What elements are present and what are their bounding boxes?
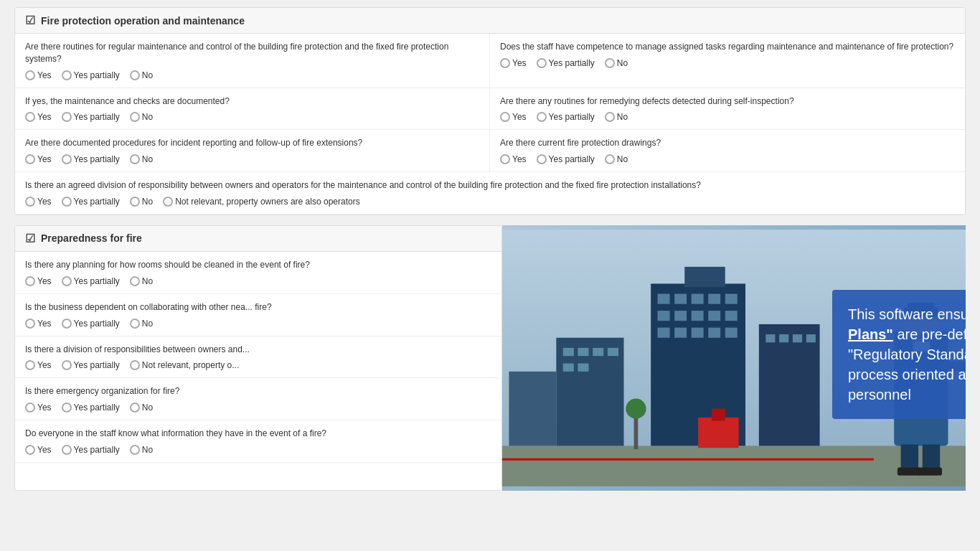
q6-no[interactable]: No — [605, 154, 628, 164]
q7-no[interactable]: No — [130, 197, 153, 207]
q5-yes-partially[interactable]: Yes partially — [62, 154, 120, 164]
svg-rect-16 — [692, 328, 704, 338]
q6-no-circle[interactable] — [605, 154, 615, 164]
q9-yes[interactable]: Yes — [25, 319, 52, 329]
q5-yes-partial-circle[interactable] — [62, 154, 72, 164]
q8-text: Is there any planning for how rooms shou… — [25, 259, 491, 271]
q10-yes-circle[interactable] — [25, 360, 35, 370]
q10-radio-group: Yes Yes partially Not relevant, property… — [25, 360, 491, 370]
q3-no-circle[interactable] — [130, 112, 140, 122]
q1-no[interactable]: No — [130, 70, 153, 80]
q7-yes-label: Yes — [37, 197, 52, 207]
q7-no-label: No — [142, 197, 153, 207]
q6-yes[interactable]: Yes — [500, 154, 527, 164]
q12-yes-partial-circle[interactable] — [62, 445, 72, 455]
q6-radio-group: Yes Yes partially No — [500, 154, 955, 164]
q8-yes-partially[interactable]: Yes partially — [62, 276, 120, 286]
q11-yes-partial-circle[interactable] — [62, 402, 72, 413]
q9-yes-partial-label: Yes partially — [74, 319, 120, 329]
q5-radio-group: Yes Yes partially No — [25, 154, 479, 164]
question-cell-q2: Does the staff have competence to manage… — [490, 34, 965, 88]
q1-yes-circle[interactable] — [25, 70, 35, 80]
q8-yes[interactable]: Yes — [25, 276, 52, 286]
q4-no-circle[interactable] — [605, 112, 615, 122]
q2-no-circle[interactable] — [605, 58, 615, 68]
q6-yes-circle[interactable] — [500, 154, 510, 164]
q10-yes-partially[interactable]: Yes partially — [62, 360, 120, 370]
q3-yes[interactable]: Yes — [25, 112, 52, 122]
q12-yes-partial-label: Yes partially — [74, 445, 120, 455]
q5-yes[interactable]: Yes — [25, 154, 52, 164]
q6-yes-partially[interactable]: Yes partially — [537, 154, 595, 164]
q10-yes-partial-circle[interactable] — [62, 360, 72, 370]
q7-yes-partial-circle[interactable] — [62, 197, 72, 207]
svg-rect-33 — [698, 418, 739, 448]
q4-no[interactable]: No — [605, 112, 628, 122]
q7-no-circle[interactable] — [130, 197, 140, 207]
svg-rect-9 — [658, 311, 670, 321]
svg-rect-4 — [658, 294, 670, 304]
q12-no[interactable]: No — [130, 445, 153, 455]
q4-yes-partially[interactable]: Yes partially — [537, 112, 595, 122]
svg-rect-11 — [692, 311, 704, 321]
q5-no[interactable]: No — [130, 154, 153, 164]
q4-yes-partial-circle[interactable] — [537, 112, 547, 122]
q2-no[interactable]: No — [605, 58, 628, 68]
q10-not-relevant[interactable]: Not relevant, property o... — [130, 360, 239, 370]
q6-yes-partial-circle[interactable] — [537, 154, 547, 164]
q1-radio-group: Yes Yes partially No — [25, 70, 479, 80]
q10-text: Is there a division of responsibilities … — [25, 344, 491, 356]
q12-yes[interactable]: Yes — [25, 445, 52, 455]
q11-no-circle[interactable] — [130, 402, 140, 413]
q2-yes-partially[interactable]: Yes partially — [537, 58, 595, 68]
q8-no[interactable]: No — [130, 276, 153, 286]
q9-yes-label: Yes — [37, 319, 52, 329]
q1-yes-partially[interactable]: Yes partially — [62, 70, 120, 80]
q11-yes-partial-label: Yes partially — [74, 402, 120, 413]
q9-no-circle[interactable] — [130, 319, 140, 329]
q7-yes[interactable]: Yes — [25, 197, 52, 207]
q12-yes-circle[interactable] — [25, 445, 35, 455]
q2-yes-circle[interactable] — [500, 58, 510, 68]
q7-not-relevant-circle[interactable] — [163, 197, 173, 207]
svg-rect-13 — [725, 311, 738, 321]
q2-yes-partial-circle[interactable] — [537, 58, 547, 68]
svg-rect-18 — [725, 328, 738, 338]
q11-yes[interactable]: Yes — [25, 402, 52, 413]
q9-yes-circle[interactable] — [25, 319, 35, 329]
q9-yes-partially[interactable]: Yes partially — [62, 319, 120, 329]
q5-yes-circle[interactable] — [25, 154, 35, 164]
q2-text: Does the staff have competence to manage… — [500, 41, 955, 53]
svg-rect-23 — [593, 348, 603, 356]
q4-yes[interactable]: Yes — [500, 112, 527, 122]
q7-yes-partially[interactable]: Yes partially — [62, 197, 120, 207]
q11-no-label: No — [142, 402, 153, 413]
q8-yes-partial-circle[interactable] — [62, 276, 72, 286]
q11-yes-partially[interactable]: Yes partially — [62, 402, 120, 413]
q1-no-circle[interactable] — [130, 70, 140, 80]
q12-no-circle[interactable] — [130, 445, 140, 455]
q7-not-relevant[interactable]: Not relevant, property owners are also o… — [163, 197, 359, 207]
q9-yes-partial-circle[interactable] — [62, 319, 72, 329]
q4-yes-partial-label: Yes partially — [549, 112, 595, 122]
q11-no[interactable]: No — [130, 402, 153, 413]
q1-yes[interactable]: Yes — [25, 70, 52, 80]
q1-yes-partial-circle[interactable] — [62, 70, 72, 80]
q11-text: Is there emergency organization for fire… — [25, 385, 491, 397]
q8-no-circle[interactable] — [130, 276, 140, 286]
q11-yes-circle[interactable] — [25, 402, 35, 413]
q7-yes-circle[interactable] — [25, 197, 35, 207]
q10-not-relevant-circle[interactable] — [130, 360, 140, 370]
q2-yes[interactable]: Yes — [500, 58, 527, 68]
q12-yes-partially[interactable]: Yes partially — [62, 445, 120, 455]
q3-yes-circle[interactable] — [25, 112, 35, 122]
q10-yes[interactable]: Yes — [25, 360, 52, 370]
q3-yes-partial-circle[interactable] — [62, 112, 72, 122]
q3-yes-partially[interactable]: Yes partially — [62, 112, 120, 122]
q5-no-circle[interactable] — [130, 154, 140, 164]
q3-no[interactable]: No — [130, 112, 153, 122]
q5-yes-label: Yes — [37, 154, 52, 164]
q8-yes-circle[interactable] — [25, 276, 35, 286]
q4-yes-circle[interactable] — [500, 112, 510, 122]
q9-no[interactable]: No — [130, 319, 153, 329]
